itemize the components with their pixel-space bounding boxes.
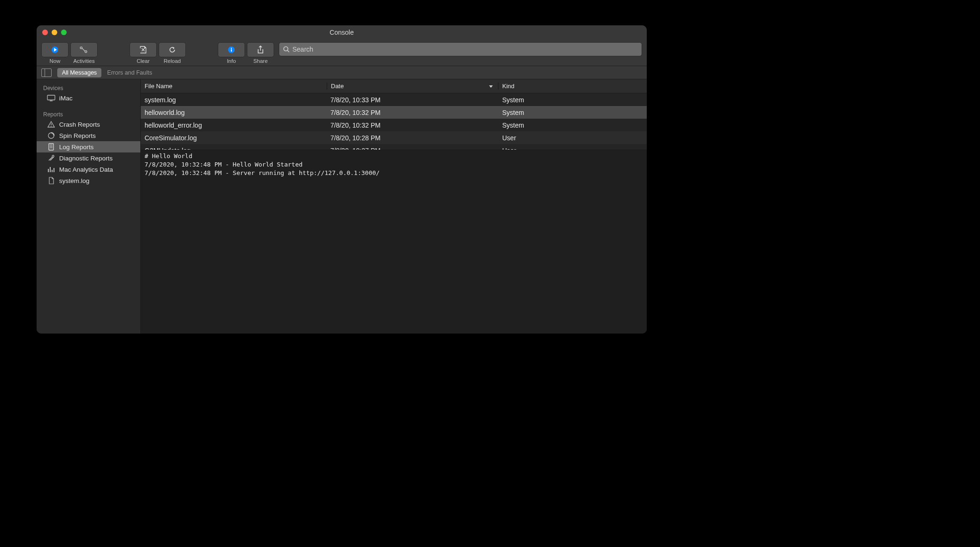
sidebar-heading-devices: Devices [37,82,140,92]
share-button[interactable] [247,42,274,57]
info-button[interactable] [218,42,245,57]
tools-icon [47,154,55,162]
reload-button[interactable] [159,42,186,57]
display-icon [47,94,55,102]
sidebar-item-label: iMac [59,95,73,102]
now-button[interactable] [41,42,69,57]
sidebar: Devices iMac Reports Crash Reports Spin … [37,79,141,334]
svg-point-2 [80,47,82,49]
svg-marker-25 [489,85,493,88]
svg-marker-4 [173,47,175,49]
toolbar-group-info-share: Info Share [218,42,274,64]
titlebar[interactable]: Console [37,25,647,39]
cell-file: system.log [141,96,327,104]
sidebar-item-label: Spin Reports [59,132,96,139]
cell-kind: System [498,96,647,104]
traffic-lights [42,30,67,35]
svg-point-14 [51,126,52,127]
sidebar-toggle-icon[interactable] [41,68,52,77]
cell-date: 7/8/20, 10:32 PM [327,109,498,116]
reload-label: Reload [164,58,181,64]
cell-file: helloworld.log [141,109,327,116]
share-icon [257,46,264,54]
svg-rect-16 [49,144,54,150]
sidebar-item-spin-reports[interactable]: Spin Reports [37,130,140,141]
table-row[interactable]: CoreSimulator.log 7/8/20, 10:28 PM User [141,131,647,144]
svg-rect-10 [47,95,55,100]
window-title: Console [37,29,647,36]
search-field[interactable] [279,42,642,56]
cell-kind: System [498,122,647,129]
toolbar: Now Activities Clear Reload [37,39,647,66]
column-header-label: File Name [145,83,172,90]
cell-kind: System [498,109,647,116]
table-row[interactable]: G2MUpdate.log 7/8/20, 10:27 PM User [141,144,647,150]
sidebar-item-label: Crash Reports [59,121,100,128]
now-icon [51,46,59,53]
sidebar-item-label: Diagnostic Reports [59,155,113,162]
filter-all-messages[interactable]: All Messages [57,68,101,77]
column-header-label: Date [331,83,344,90]
column-header-kind[interactable]: Kind [498,83,647,90]
sidebar-item-label: Log Reports [59,144,94,151]
log-content-pane[interactable]: # Hello World 7/8/2020, 10:32:48 PM - He… [141,150,647,334]
toolbar-group-activity: Now Activities [41,42,98,64]
search-wrap [279,42,642,56]
reload-icon [168,46,176,53]
sidebar-item-label: system.log [59,177,90,184]
cell-date: 7/8/20, 10:33 PM [327,96,498,104]
maximize-button[interactable] [61,30,67,35]
chart-icon [47,166,55,173]
filter-errors-faults[interactable]: Errors and Faults [107,69,152,76]
cell-date: 7/8/20, 10:28 PM [327,134,498,142]
main: File Name Date Kind system.log 7/8/20, 1… [141,79,647,334]
column-header-label: Kind [502,83,514,90]
sidebar-item-imac[interactable]: iMac [37,92,140,104]
spinner-icon [47,132,55,139]
minimize-button[interactable] [52,30,57,35]
sidebar-item-log-reports[interactable]: Log Reports [37,141,140,152]
sidebar-item-system-log[interactable]: system.log [37,175,140,186]
log-icon [47,143,55,151]
warning-icon [47,121,55,128]
info-label: Info [227,58,236,64]
close-button[interactable] [42,30,48,35]
svg-point-20 [52,155,54,157]
activities-label: Activities [73,58,94,64]
clear-button[interactable] [130,42,157,57]
table-row[interactable]: system.log 7/8/20, 10:33 PM System [141,93,647,106]
cell-file: helloworld_error.log [141,122,327,129]
cell-date: 7/8/20, 10:32 PM [327,122,498,129]
sidebar-item-diagnostic-reports[interactable]: Diagnostic Reports [37,152,140,164]
search-input[interactable] [292,46,638,53]
clear-label: Clear [137,58,149,64]
table-row[interactable]: helloworld_error.log 7/8/20, 10:32 PM Sy… [141,119,647,131]
cell-date: 7/8/20, 10:27 PM [327,147,498,150]
table-row[interactable]: helloworld.log 7/8/20, 10:32 PM System [141,106,647,119]
svg-rect-7 [231,48,232,49]
column-header-file[interactable]: File Name [141,83,327,90]
cell-kind: User [498,134,647,142]
chevron-down-icon [489,84,493,88]
svg-line-9 [288,51,290,53]
table-header: File Name Date Kind [141,79,647,93]
svg-point-3 [85,51,87,53]
console-window: Console Now Activities Cl [37,25,647,334]
now-label: Now [49,58,60,64]
cell-kind: User [498,147,647,150]
share-label: Share [253,58,268,64]
cell-file: CoreSimulator.log [141,134,327,142]
svg-point-8 [284,47,288,51]
column-header-date[interactable]: Date [327,83,498,90]
svg-rect-6 [231,49,232,52]
sidebar-heading-reports: Reports [37,108,140,119]
sidebar-item-mac-analytics[interactable]: Mac Analytics Data [37,164,140,175]
sidebar-item-crash-reports[interactable]: Crash Reports [37,119,140,130]
table-rows: system.log 7/8/20, 10:33 PM System hello… [141,93,647,150]
body: Devices iMac Reports Crash Reports Spin … [37,79,647,334]
activities-button[interactable] [70,42,98,57]
sidebar-item-label: Mac Analytics Data [59,166,113,173]
cell-file: G2MUpdate.log [141,147,327,150]
filter-bar: All Messages Errors and Faults [37,66,647,79]
info-icon [228,46,235,53]
